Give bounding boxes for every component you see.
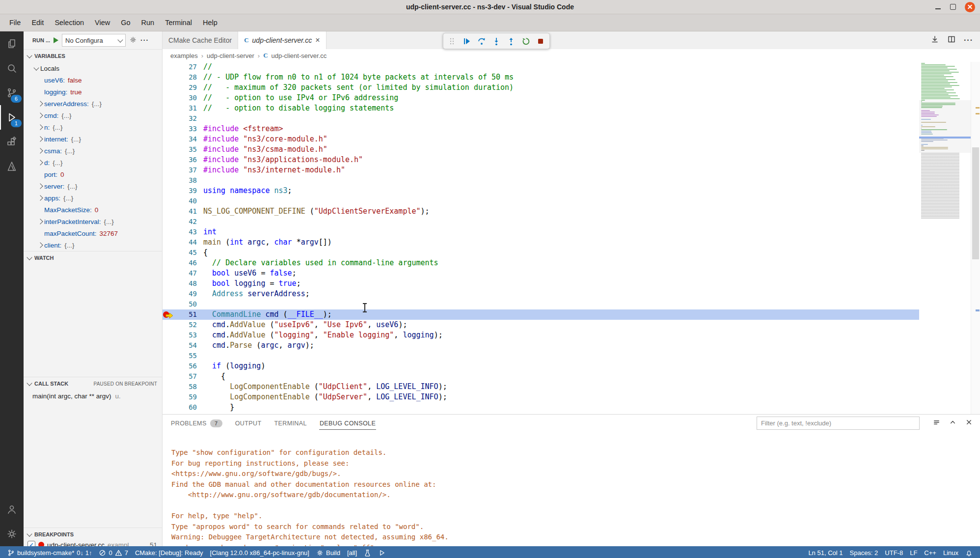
line-number[interactable]: 60 [175, 402, 197, 413]
code-line-60[interactable]: 60 } [163, 402, 919, 413]
variable-apps[interactable]: apps:{...} [24, 192, 162, 204]
line-number[interactable]: 59 [175, 392, 197, 402]
line-number[interactable]: 30 [175, 93, 197, 103]
line-number[interactable]: 32 [175, 113, 197, 124]
cmake-tools-icon[interactable] [0, 154, 24, 179]
line-number[interactable]: 58 [175, 382, 197, 392]
line-number[interactable]: 49 [175, 289, 197, 299]
cmake-kit-item[interactable]: [Clang 12.0.0 x86_64-pc-linux-gnu] [207, 546, 313, 558]
stack-frame-main[interactable]: main(int argc, char ** argv) u. [24, 390, 162, 402]
line-number[interactable]: 33 [175, 124, 197, 134]
panel-tab-terminal[interactable]: TERMINAL [273, 417, 307, 430]
settings-gear-icon[interactable] [0, 522, 24, 546]
line-number[interactable]: 52 [175, 320, 197, 330]
extensions-icon[interactable] [0, 130, 24, 154]
menu-go[interactable]: Go [115, 14, 136, 31]
chevron-up-icon[interactable] [949, 418, 957, 428]
variable-d[interactable]: d:{...} [24, 157, 162, 168]
code-line-33[interactable]: 33#include <fstream> [163, 124, 919, 134]
breadcrumb-examples[interactable]: examples [170, 52, 198, 59]
stop-button[interactable] [535, 35, 547, 48]
filter-lines-icon[interactable] [932, 418, 941, 428]
watch-header[interactable]: WATCH [24, 251, 162, 264]
line-number[interactable]: 53 [175, 330, 197, 340]
call-stack-header[interactable]: CALL STACK PAUSED ON BREAKPOINT [24, 377, 162, 390]
close-icon[interactable] [965, 418, 973, 428]
code-line-44[interactable]: 44main (int argc, char *argv[]) [163, 237, 919, 248]
code-line-46[interactable]: 46 // Declare variables used in command-… [163, 258, 919, 268]
debug-console[interactable]: Type "show configuration" for configurat… [163, 431, 980, 546]
indentation-item[interactable]: Spaces: 2 [846, 546, 882, 558]
variable-useV6[interactable]: useV6:false [24, 74, 162, 86]
tab-udp-client-server[interactable]: C udp-client-server.cc × [238, 31, 326, 49]
menu-view[interactable]: View [89, 14, 115, 31]
code-line-41[interactable]: 41NS_LOG_COMPONENT_DEFINE ("UdpClientSer… [163, 206, 919, 217]
code-line-53[interactable]: 53 cmd.AddValue ("logging", "Enable logg… [163, 330, 919, 340]
close-tab-icon[interactable]: × [315, 36, 320, 44]
code-line-43[interactable]: 43int [163, 227, 919, 237]
os-item[interactable]: Linux [940, 546, 962, 558]
line-number[interactable]: 28 [175, 72, 197, 83]
line-number[interactable]: 27 [175, 62, 197, 72]
tab-cmake-cache-editor[interactable]: CMake Cache Editor [163, 31, 238, 49]
continue-button[interactable] [461, 35, 473, 48]
more-actions-icon[interactable]: ··· [140, 36, 149, 44]
code-line-59[interactable]: 59 LogComponentEnable ("UdpServer", LOG_… [163, 392, 919, 402]
menu-file[interactable]: File [4, 14, 26, 31]
variable-server[interactable]: server:{...} [24, 180, 162, 192]
variable-interPacketInterval[interactable]: interPacketInterval:{...} [24, 216, 162, 227]
line-number[interactable]: 61 [175, 413, 197, 414]
line-number[interactable]: 56 [175, 361, 197, 371]
account-icon[interactable] [0, 497, 24, 522]
line-number[interactable]: 45 [175, 248, 197, 258]
line-number[interactable]: 31 [175, 103, 197, 113]
code-editor[interactable]: 27//28// - UDP flow from n0 to n1 of 102… [163, 62, 919, 414]
code-line-27[interactable]: 27// [163, 62, 919, 72]
panel-tab-problems[interactable]: PROBLEMS7 [170, 416, 223, 430]
code-line-29[interactable]: 29// - maximum of 320 packets sent (or l… [163, 83, 919, 93]
code-line-28[interactable]: 28// - UDP flow from n0 to n1 of 1024 by… [163, 72, 919, 83]
cursor-position-item[interactable]: Ln 51, Col 1 [805, 546, 846, 558]
breadcrumb-file[interactable]: udp-client-server.cc [272, 52, 327, 59]
build-button[interactable]: Build [313, 546, 344, 558]
line-number[interactable]: 40 [175, 196, 197, 206]
git-branch-item[interactable]: buildsystem-cmake* 0↓ 1↑ [4, 546, 95, 558]
cmake-status-item[interactable]: CMake: [Debug]: Ready [132, 546, 207, 558]
line-number[interactable]: 48 [175, 279, 197, 289]
variable-logging[interactable]: logging:true [24, 86, 162, 98]
ctest-item[interactable] [360, 546, 375, 558]
breakpoint-item[interactable]: ✓ udp-client-server.cc exampl... 51 [24, 541, 162, 546]
line-number[interactable]: 38 [175, 175, 197, 186]
code-line-47[interactable]: 47 bool useV6 = false; [163, 268, 919, 279]
code-line-61[interactable]: 61 [163, 413, 919, 414]
code-line-50[interactable]: 50 [163, 299, 919, 309]
variables-header[interactable]: VARIABLES [24, 50, 162, 62]
variable-csma[interactable]: csma:{...} [24, 145, 162, 157]
minimap[interactable] [919, 62, 971, 414]
panel-tab-debug-console[interactable]: DEBUG CONSOLE [319, 417, 376, 430]
variable-internet[interactable]: internet:{...} [24, 133, 162, 145]
launch-configuration-dropdown[interactable]: No Configura [62, 34, 126, 47]
code-line-40[interactable]: 40 [163, 196, 919, 206]
line-number[interactable]: 39 [175, 186, 197, 196]
variable-cmd[interactable]: cmd:{...} [24, 110, 162, 121]
variable-serverAddress[interactable]: serverAddress:{...} [24, 98, 162, 110]
code-line-42[interactable]: 42 [163, 217, 919, 227]
console-filter-input[interactable] [757, 417, 920, 430]
gear-icon[interactable] [129, 36, 137, 45]
problems-item[interactable]: 0 7 [95, 546, 131, 558]
search-icon[interactable] [0, 56, 24, 81]
step-over-button[interactable] [475, 35, 488, 48]
language-mode-item[interactable]: C++ [921, 546, 940, 558]
line-number[interactable]: 35 [175, 144, 197, 155]
code-line-45[interactable]: 45{ [163, 248, 919, 258]
code-line-54[interactable]: 54 cmd.Parse (argc, argv); [163, 340, 919, 351]
restart-button[interactable] [520, 35, 532, 48]
eol-item[interactable]: LF [906, 546, 921, 558]
line-number[interactable]: 44 [175, 237, 197, 248]
menu-selection[interactable]: Selection [49, 14, 89, 31]
breakpoint-checkbox[interactable]: ✓ [27, 541, 35, 546]
source-control-icon[interactable]: 6 [0, 81, 24, 105]
line-number[interactable]: 37 [175, 165, 197, 175]
menu-help[interactable]: Help [197, 14, 223, 31]
